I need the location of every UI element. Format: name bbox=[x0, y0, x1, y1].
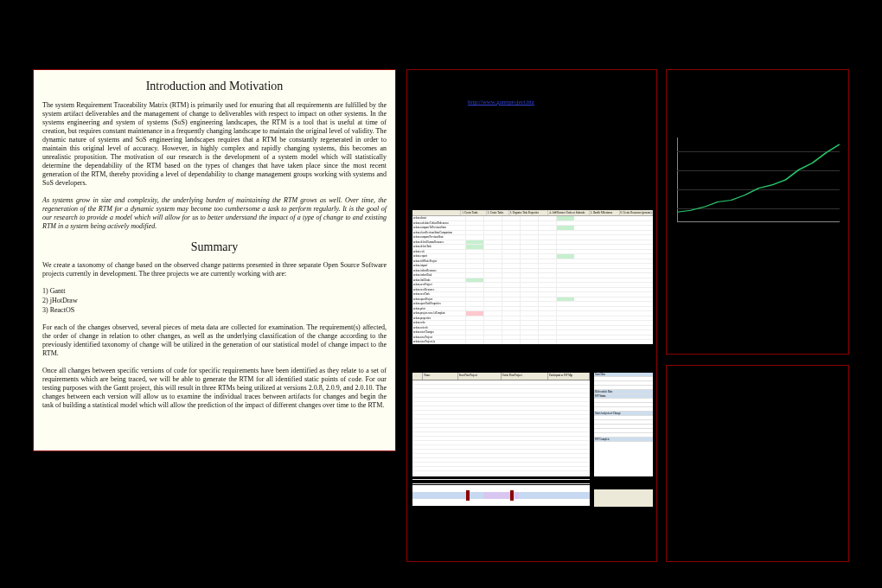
list-item: 3) ReactOS bbox=[42, 306, 387, 315]
chart-line bbox=[677, 137, 840, 222]
table-row: action.saveProjectAs bbox=[412, 340, 653, 344]
intro-para-1: The system Requirement Traceability Matr… bbox=[42, 101, 387, 188]
gantt-header: Name Start Plan/Project Finish Plan/Proj… bbox=[412, 373, 590, 380]
chart-panel bbox=[666, 69, 849, 355]
timeline-bar bbox=[412, 492, 590, 499]
spreadsheet-header: 1. Create Tasks 2. Create Tasks 3. Organ… bbox=[412, 210, 653, 216]
right-bottom-panel bbox=[666, 365, 849, 562]
gantt-side-list: Start DateDeliverable DateWP StatusStart… bbox=[594, 373, 653, 476]
footer-box bbox=[594, 489, 653, 507]
gantt-url-link[interactable]: http://www.ganttproject.biz bbox=[468, 99, 534, 105]
timeline-marker bbox=[466, 490, 470, 501]
heading-intro: Introduction and Motivation bbox=[42, 79, 387, 94]
summary-para-2: For each of the changes observed, severa… bbox=[42, 323, 387, 358]
timeline bbox=[412, 485, 590, 506]
spreadsheet: 1. Create Tasks 2. Create Tasks 3. Organ… bbox=[412, 210, 653, 344]
list-item: 1) Gantt bbox=[42, 287, 387, 296]
list-item: 2) jHotDraw bbox=[42, 297, 387, 305]
center-panel: http://www.ganttproject.biz 1. Create Ta… bbox=[406, 69, 657, 562]
intro-para-2: As systems grow in size and complexity, … bbox=[42, 196, 387, 231]
line-chart bbox=[674, 134, 843, 229]
summary-para-1: We create a taxonomy of change based on … bbox=[42, 261, 387, 278]
timeline-marker bbox=[510, 490, 514, 501]
gantt-table: Name Start Plan/Project Finish Plan/Proj… bbox=[412, 373, 590, 476]
list-item: WP Complete bbox=[594, 438, 653, 442]
summary-para-3: Once all changes between specific versio… bbox=[42, 367, 387, 410]
intro-panel: Introduction and Motivation The system R… bbox=[33, 69, 396, 451]
heading-summary: Summary bbox=[42, 240, 387, 255]
